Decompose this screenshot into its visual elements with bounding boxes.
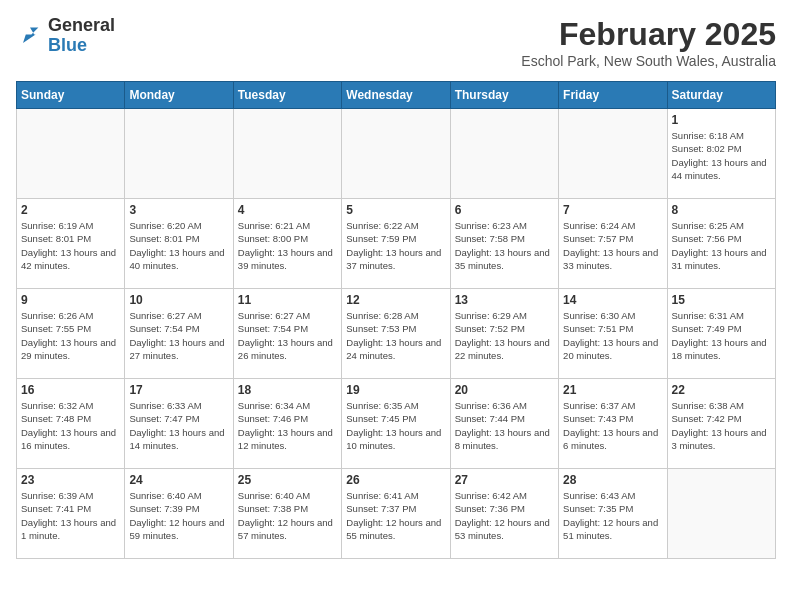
day-number: 21 — [563, 383, 662, 397]
logo-general-text: General — [48, 15, 115, 35]
calendar-cell: 22Sunrise: 6:38 AMSunset: 7:42 PMDayligh… — [667, 379, 775, 469]
calendar-cell: 20Sunrise: 6:36 AMSunset: 7:44 PMDayligh… — [450, 379, 558, 469]
weekday-header-friday: Friday — [559, 82, 667, 109]
weekday-header-thursday: Thursday — [450, 82, 558, 109]
calendar-week-row-4: 23Sunrise: 6:39 AMSunset: 7:41 PMDayligh… — [17, 469, 776, 559]
day-info: Sunrise: 6:23 AMSunset: 7:58 PMDaylight:… — [455, 219, 554, 272]
calendar-cell: 24Sunrise: 6:40 AMSunset: 7:39 PMDayligh… — [125, 469, 233, 559]
calendar-cell: 9Sunrise: 6:26 AMSunset: 7:55 PMDaylight… — [17, 289, 125, 379]
day-number: 23 — [21, 473, 120, 487]
calendar-title: February 2025 — [521, 16, 776, 53]
day-number: 18 — [238, 383, 337, 397]
day-info: Sunrise: 6:34 AMSunset: 7:46 PMDaylight:… — [238, 399, 337, 452]
calendar-cell: 26Sunrise: 6:41 AMSunset: 7:37 PMDayligh… — [342, 469, 450, 559]
calendar-cell: 25Sunrise: 6:40 AMSunset: 7:38 PMDayligh… — [233, 469, 341, 559]
calendar-cell — [667, 469, 775, 559]
day-number: 5 — [346, 203, 445, 217]
calendar-cell: 7Sunrise: 6:24 AMSunset: 7:57 PMDaylight… — [559, 199, 667, 289]
calendar-cell: 28Sunrise: 6:43 AMSunset: 7:35 PMDayligh… — [559, 469, 667, 559]
day-number: 14 — [563, 293, 662, 307]
day-number: 28 — [563, 473, 662, 487]
weekday-header-sunday: Sunday — [17, 82, 125, 109]
day-number: 10 — [129, 293, 228, 307]
calendar-cell — [342, 109, 450, 199]
day-number: 27 — [455, 473, 554, 487]
logo: General Blue — [16, 16, 115, 56]
day-number: 13 — [455, 293, 554, 307]
title-block: February 2025 Eschol Park, New South Wal… — [521, 16, 776, 69]
calendar-cell — [450, 109, 558, 199]
calendar-cell: 10Sunrise: 6:27 AMSunset: 7:54 PMDayligh… — [125, 289, 233, 379]
calendar-cell: 23Sunrise: 6:39 AMSunset: 7:41 PMDayligh… — [17, 469, 125, 559]
day-info: Sunrise: 6:25 AMSunset: 7:56 PMDaylight:… — [672, 219, 771, 272]
day-number: 22 — [672, 383, 771, 397]
day-info: Sunrise: 6:24 AMSunset: 7:57 PMDaylight:… — [563, 219, 662, 272]
calendar-cell: 3Sunrise: 6:20 AMSunset: 8:01 PMDaylight… — [125, 199, 233, 289]
day-info: Sunrise: 6:26 AMSunset: 7:55 PMDaylight:… — [21, 309, 120, 362]
calendar-subtitle: Eschol Park, New South Wales, Australia — [521, 53, 776, 69]
day-info: Sunrise: 6:36 AMSunset: 7:44 PMDaylight:… — [455, 399, 554, 452]
calendar-cell: 15Sunrise: 6:31 AMSunset: 7:49 PMDayligh… — [667, 289, 775, 379]
day-number: 1 — [672, 113, 771, 127]
logo-blue-text: Blue — [48, 35, 87, 55]
weekday-header-tuesday: Tuesday — [233, 82, 341, 109]
day-info: Sunrise: 6:32 AMSunset: 7:48 PMDaylight:… — [21, 399, 120, 452]
svg-marker-1 — [23, 27, 38, 42]
day-number: 20 — [455, 383, 554, 397]
day-number: 24 — [129, 473, 228, 487]
day-number: 16 — [21, 383, 120, 397]
day-info: Sunrise: 6:39 AMSunset: 7:41 PMDaylight:… — [21, 489, 120, 542]
day-info: Sunrise: 6:41 AMSunset: 7:37 PMDaylight:… — [346, 489, 445, 542]
day-info: Sunrise: 6:43 AMSunset: 7:35 PMDaylight:… — [563, 489, 662, 542]
day-number: 15 — [672, 293, 771, 307]
day-number: 26 — [346, 473, 445, 487]
day-info: Sunrise: 6:31 AMSunset: 7:49 PMDaylight:… — [672, 309, 771, 362]
day-info: Sunrise: 6:22 AMSunset: 7:59 PMDaylight:… — [346, 219, 445, 272]
day-number: 8 — [672, 203, 771, 217]
calendar-cell — [17, 109, 125, 199]
calendar-cell: 27Sunrise: 6:42 AMSunset: 7:36 PMDayligh… — [450, 469, 558, 559]
calendar-cell: 5Sunrise: 6:22 AMSunset: 7:59 PMDaylight… — [342, 199, 450, 289]
day-number: 12 — [346, 293, 445, 307]
day-info: Sunrise: 6:40 AMSunset: 7:38 PMDaylight:… — [238, 489, 337, 542]
calendar-cell — [233, 109, 341, 199]
calendar-cell: 6Sunrise: 6:23 AMSunset: 7:58 PMDaylight… — [450, 199, 558, 289]
calendar-week-row-1: 2Sunrise: 6:19 AMSunset: 8:01 PMDaylight… — [17, 199, 776, 289]
day-info: Sunrise: 6:27 AMSunset: 7:54 PMDaylight:… — [238, 309, 337, 362]
day-number: 19 — [346, 383, 445, 397]
calendar-cell: 17Sunrise: 6:33 AMSunset: 7:47 PMDayligh… — [125, 379, 233, 469]
logo-icon — [16, 22, 44, 50]
calendar-cell: 11Sunrise: 6:27 AMSunset: 7:54 PMDayligh… — [233, 289, 341, 379]
calendar-cell: 13Sunrise: 6:29 AMSunset: 7:52 PMDayligh… — [450, 289, 558, 379]
calendar-cell — [125, 109, 233, 199]
calendar-cell: 4Sunrise: 6:21 AMSunset: 8:00 PMDaylight… — [233, 199, 341, 289]
day-info: Sunrise: 6:28 AMSunset: 7:53 PMDaylight:… — [346, 309, 445, 362]
day-number: 4 — [238, 203, 337, 217]
calendar-cell: 16Sunrise: 6:32 AMSunset: 7:48 PMDayligh… — [17, 379, 125, 469]
day-info: Sunrise: 6:21 AMSunset: 8:00 PMDaylight:… — [238, 219, 337, 272]
weekday-header-wednesday: Wednesday — [342, 82, 450, 109]
calendar-cell: 21Sunrise: 6:37 AMSunset: 7:43 PMDayligh… — [559, 379, 667, 469]
day-info: Sunrise: 6:19 AMSunset: 8:01 PMDaylight:… — [21, 219, 120, 272]
calendar-cell: 8Sunrise: 6:25 AMSunset: 7:56 PMDaylight… — [667, 199, 775, 289]
day-info: Sunrise: 6:20 AMSunset: 8:01 PMDaylight:… — [129, 219, 228, 272]
calendar-cell: 19Sunrise: 6:35 AMSunset: 7:45 PMDayligh… — [342, 379, 450, 469]
day-info: Sunrise: 6:40 AMSunset: 7:39 PMDaylight:… — [129, 489, 228, 542]
day-info: Sunrise: 6:30 AMSunset: 7:51 PMDaylight:… — [563, 309, 662, 362]
day-info: Sunrise: 6:27 AMSunset: 7:54 PMDaylight:… — [129, 309, 228, 362]
calendar-week-row-3: 16Sunrise: 6:32 AMSunset: 7:48 PMDayligh… — [17, 379, 776, 469]
day-info: Sunrise: 6:35 AMSunset: 7:45 PMDaylight:… — [346, 399, 445, 452]
calendar-cell: 1Sunrise: 6:18 AMSunset: 8:02 PMDaylight… — [667, 109, 775, 199]
weekday-header-monday: Monday — [125, 82, 233, 109]
day-number: 17 — [129, 383, 228, 397]
day-number: 25 — [238, 473, 337, 487]
calendar-cell: 12Sunrise: 6:28 AMSunset: 7:53 PMDayligh… — [342, 289, 450, 379]
calendar-table: SundayMondayTuesdayWednesdayThursdayFrid… — [16, 81, 776, 559]
day-number: 2 — [21, 203, 120, 217]
calendar-week-row-0: 1Sunrise: 6:18 AMSunset: 8:02 PMDaylight… — [17, 109, 776, 199]
day-info: Sunrise: 6:33 AMSunset: 7:47 PMDaylight:… — [129, 399, 228, 452]
day-number: 9 — [21, 293, 120, 307]
day-info: Sunrise: 6:42 AMSunset: 7:36 PMDaylight:… — [455, 489, 554, 542]
weekday-header-saturday: Saturday — [667, 82, 775, 109]
calendar-cell: 14Sunrise: 6:30 AMSunset: 7:51 PMDayligh… — [559, 289, 667, 379]
